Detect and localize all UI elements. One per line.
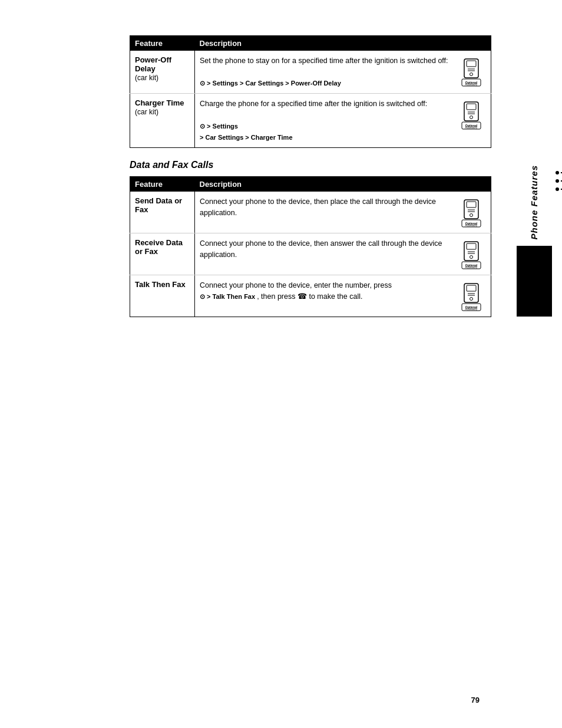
svg-point-34 — [470, 298, 473, 301]
desc-wrap: Charge the phone for a specified time af… — [200, 98, 486, 143]
description-cell: Connect your phone to the device, enter … — [195, 275, 491, 317]
desc-wrap: Set the phone to stay on for a specified… — [200, 55, 486, 88]
desc-icon-col: Optional Accessory — [457, 196, 486, 228]
feature-cell: Charger Time (car kit) — [130, 94, 195, 148]
svg-rect-25 — [467, 243, 476, 249]
feature-name: Charger Time — [135, 98, 184, 107]
side-tab-label: Phone Features — [529, 165, 539, 240]
feature-cell: Send Data or Fax — [130, 192, 195, 233]
accessory-icon: Optional Accessory — [459, 241, 483, 270]
side-tab-block — [517, 246, 552, 317]
svg-point-18 — [470, 214, 473, 217]
accessory-icon: Optional Accessory — [459, 58, 483, 87]
page-number: 79 — [471, 696, 480, 704]
table-row: Talk Then Fax Connect your phone to the … — [130, 275, 491, 317]
feature-cell: Talk Then Fax — [130, 275, 195, 317]
table-fax-features: Feature Description Send Data or Fax Con… — [130, 176, 491, 317]
svg-text:Accessory: Accessory — [465, 83, 478, 86]
feature-cell: Power-Off Delay (car kit) — [130, 51, 195, 94]
table-row: Receive Data or Fax Connect your phone t… — [130, 233, 491, 275]
desc-text-col: Connect your phone to the device, enter … — [200, 280, 454, 312]
feature-sub: (car kit) — [135, 108, 158, 116]
side-tab: Phone Features — [506, 165, 562, 317]
table-row: Send Data or Fax Connect your phone to t… — [130, 192, 491, 233]
svg-point-10 — [470, 116, 473, 119]
desc-text-col: Connect your phone to the device, then a… — [200, 238, 454, 270]
desc-icon-col: Optional Accessory — [457, 280, 486, 312]
svg-point-26 — [470, 256, 473, 259]
dot-line-1 — [556, 171, 562, 174]
feature-cell: Receive Data or Fax — [130, 233, 195, 275]
dot-line-2 — [556, 179, 562, 183]
desc-text: Connect your phone to the device, enter … — [200, 281, 392, 289]
svg-text:Accessory: Accessory — [465, 224, 478, 227]
svg-rect-33 — [467, 285, 476, 291]
desc-text-col: Set the phone to stay on for a specified… — [200, 55, 454, 88]
svg-text:Accessory: Accessory — [465, 308, 478, 311]
dot — [556, 171, 559, 174]
accessory-icon: Optional Accessory — [459, 101, 483, 130]
content-area: Feature Description Power-Off Delay (car… — [130, 24, 491, 317]
desc-wrap: Connect your phone to the device, then p… — [200, 196, 486, 228]
page-container: Feature Description Power-Off Delay (car… — [0, 0, 562, 728]
svg-text:Accessory: Accessory — [465, 126, 478, 129]
col-header-description2: Description — [195, 177, 491, 192]
svg-rect-1 — [467, 61, 476, 67]
section-title: Data and Fax Calls — [130, 160, 491, 170]
accessory-icon: Optional Accessory — [459, 199, 483, 228]
feature-name: Talk Then Fax — [135, 280, 186, 289]
svg-rect-17 — [467, 202, 476, 207]
table-car-features: Feature Description Power-Off Delay (car… — [130, 35, 491, 148]
desc-text: Connect your phone to the device, then a… — [200, 239, 442, 259]
feature-sub: (car kit) — [135, 74, 158, 82]
menu-path: ⊙ > Talk Then Fax — [200, 293, 257, 300]
description-cell: Connect your phone to the device, then a… — [195, 233, 491, 275]
col-header-feature2: Feature — [130, 177, 195, 192]
desc-text: Connect your phone to the device, then p… — [200, 197, 436, 217]
table-row: Charger Time (car kit) Charge the phone … — [130, 94, 491, 148]
menu-icon: ⊙ — [200, 80, 205, 87]
desc-icon-col: Optional Accessory — [457, 98, 486, 143]
menu-icon: ⊙ — [200, 123, 205, 130]
table-row: Power-Off Delay (car kit) Set the phone … — [130, 51, 491, 94]
dot — [556, 179, 559, 183]
desc-text: Charge the phone for a specified time af… — [200, 100, 427, 108]
feature-name: Receive Data or Fax — [135, 238, 183, 256]
col-header-feature: Feature — [130, 36, 195, 51]
accessory-icon: Optional Accessory — [459, 282, 483, 312]
description-cell: Charge the phone for a specified time af… — [195, 94, 491, 148]
side-tab-dots — [556, 171, 562, 191]
description-cell: Set the phone to stay on for a specified… — [195, 51, 491, 94]
menu-path: ⊙ > Settings > Car Settings > Power-Off … — [200, 80, 341, 87]
dot — [556, 187, 559, 191]
col-header-description: Description — [195, 36, 491, 51]
desc-wrap: Connect your phone to the device, enter … — [200, 280, 486, 312]
desc-text-col: Connect your phone to the device, then p… — [200, 196, 454, 228]
feature-name: Power-Off Delay — [135, 55, 171, 73]
dot-line-3 — [556, 187, 562, 191]
svg-text:Accessory: Accessory — [465, 266, 478, 269]
desc-text-col: Charge the phone for a specified time af… — [200, 98, 454, 143]
menu-path: ⊙ > Settings > Car Settings > Charger Ti… — [200, 123, 293, 141]
feature-name: Send Data or Fax — [135, 196, 182, 214]
desc-text2: , then press ☎ to make the call. — [257, 292, 362, 301]
svg-rect-9 — [467, 104, 476, 110]
description-cell: Connect your phone to the device, then p… — [195, 192, 491, 233]
menu-icon: ⊙ — [200, 293, 205, 300]
desc-text: Set the phone to stay on for a specified… — [200, 57, 448, 65]
desc-icon-col: Optional Accessory — [457, 55, 486, 88]
desc-icon-col: Optional Accessory — [457, 238, 486, 270]
desc-wrap: Connect your phone to the device, then a… — [200, 238, 486, 270]
svg-point-2 — [470, 73, 473, 76]
